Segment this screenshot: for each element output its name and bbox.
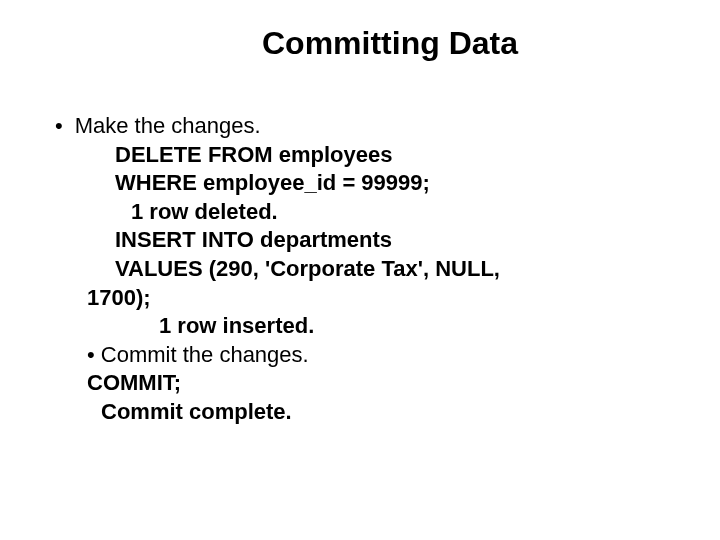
code-block: DELETE FROM employees WHERE employee_id …: [55, 141, 680, 427]
sql-commit-line: COMMIT;: [87, 369, 680, 398]
slide-title: Committing Data: [40, 25, 680, 62]
result-commit: Commit complete.: [101, 398, 680, 427]
bullet-dot-icon: •: [55, 112, 63, 141]
sql-where-line: WHERE employee_id = 99999;: [115, 169, 680, 198]
sql-delete-line: DELETE FROM employees: [115, 141, 680, 170]
bullet-item-2: • Commit the changes.: [87, 341, 680, 370]
sql-values-continuation: 1700);: [87, 284, 680, 313]
result-deleted: 1 row deleted.: [115, 198, 680, 227]
slide-content: • Make the changes. DELETE FROM employee…: [40, 112, 680, 427]
sql-insert-line: INSERT INTO departments: [115, 226, 680, 255]
result-inserted: 1 row inserted.: [115, 312, 680, 341]
bullet-item-1: • Make the changes.: [55, 112, 680, 141]
bullet-text-1: Make the changes.: [75, 112, 261, 141]
sql-values-line: VALUES (290, 'Corporate Tax', NULL,: [115, 255, 680, 284]
